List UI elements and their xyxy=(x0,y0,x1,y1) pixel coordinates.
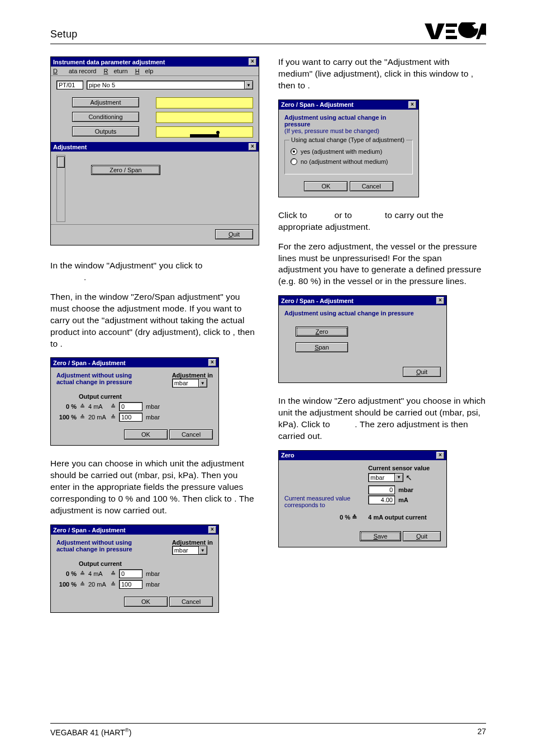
value-100-input[interactable]: 100 xyxy=(119,413,142,422)
tag-desc-field[interactable]: pipe No 5 xyxy=(87,81,245,89)
window-title: Zero xyxy=(281,452,294,459)
chevron-down-icon[interactable]: ▼ xyxy=(245,81,253,89)
close-icon[interactable]: × xyxy=(408,101,416,108)
body-text: Here you can choose in which unit the ad… xyxy=(50,458,258,517)
radio-yes[interactable] xyxy=(291,148,297,155)
window-title: Zero / Span - Adjustment xyxy=(53,360,126,366)
conditioning-button[interactable]: Conditioning xyxy=(72,112,139,122)
mbar-value: 0 xyxy=(368,485,395,494)
zero-span-window: Zero / Span - Adjustment × Adjustment wi… xyxy=(50,357,219,446)
footer-product: VEGABAR 41 (HART®) xyxy=(50,727,131,737)
label: 20 mA xyxy=(88,414,107,420)
label: Adjustment in xyxy=(172,372,213,379)
menu-help[interactable]: Help xyxy=(135,68,154,74)
label: mbar xyxy=(146,414,160,420)
equiv-icon: ≙ xyxy=(80,414,85,421)
instrument-window: Instrument data parameter adjustment × D… xyxy=(50,56,259,245)
adjustment-button[interactable]: Adjustment xyxy=(72,97,139,107)
menu-data-record[interactable]: Data record xyxy=(53,68,96,74)
unit-select[interactable]: mbar xyxy=(172,546,199,555)
save-button[interactable]: Save xyxy=(360,531,401,541)
value-100-input[interactable]: 100 xyxy=(119,580,142,589)
radio-no[interactable] xyxy=(291,158,297,165)
label: Current measured value corresponds to xyxy=(284,495,360,508)
ok-button[interactable]: OK xyxy=(124,597,168,607)
close-icon[interactable]: × xyxy=(249,58,256,65)
vega-logo xyxy=(425,22,486,40)
svg-rect-2 xyxy=(446,30,455,33)
zero-span-button[interactable]: Zero / Span xyxy=(91,165,160,175)
close-icon[interactable]: × xyxy=(436,452,444,459)
quit-button[interactable]: Quit xyxy=(403,531,441,541)
ok-button[interactable]: OK xyxy=(124,429,168,440)
close-icon[interactable]: × xyxy=(249,143,256,150)
close-icon[interactable]: × xyxy=(436,297,444,304)
value-0-input[interactable]: 0 xyxy=(119,402,142,411)
menu-return[interactable]: Return xyxy=(104,68,128,74)
equiv-icon: ≙ xyxy=(80,581,85,588)
svg-marker-0 xyxy=(425,23,445,39)
window-title: Zero / Span - Adjustment xyxy=(53,527,126,533)
window-title: Zero / Span - Adjustment xyxy=(281,101,354,108)
outputs-button[interactable]: Outputs xyxy=(72,126,139,136)
dialog-heading: Adjustment without using actual change i… xyxy=(56,372,140,385)
label: Output current xyxy=(79,560,213,567)
window-title: Instrument data parameter adjustment xyxy=(53,59,165,65)
cancel-button[interactable]: Cancel xyxy=(169,597,213,607)
chevron-down-icon[interactable]: ▼ xyxy=(395,473,403,482)
cancel-button[interactable]: Cancel xyxy=(169,429,213,440)
label: 100 % xyxy=(56,414,77,420)
indicator-2 xyxy=(156,112,253,123)
equiv-icon: ≙ xyxy=(111,581,116,588)
equiv-icon: ≙ xyxy=(80,403,85,410)
menubar: Data record Return Help xyxy=(51,67,259,76)
body-text: Click to or to to carry out the appropri… xyxy=(278,210,486,233)
label: 4 mA xyxy=(88,570,107,577)
body-text: If you want to carry out the "Adjustment… xyxy=(278,56,486,92)
dialog-heading: Adjustment without using actual change i… xyxy=(56,539,140,552)
label: Current sensor value xyxy=(368,465,441,471)
zero-span-window: Zero / Span - Adjustment × Adjustment wi… xyxy=(50,525,219,613)
equiv-icon: ≙ xyxy=(111,414,116,421)
chevron-down-icon[interactable]: ▼ xyxy=(199,546,207,555)
label: mbar xyxy=(146,570,160,577)
dialog-subheading: (If yes, pressure must be changed) xyxy=(284,127,413,134)
label: 0 % ≙ xyxy=(284,514,357,521)
ma-value: 4.00 xyxy=(368,495,395,504)
span-button[interactable]: Span xyxy=(296,342,348,352)
radio-yes-label: yes (adjustment with medium) xyxy=(301,148,382,155)
close-icon[interactable]: × xyxy=(208,359,216,366)
window-title: Zero / Span - Adjustment xyxy=(281,297,354,304)
equiv-icon: ≙ xyxy=(111,403,116,410)
dialog-heading: Adjustment using actual change in pressu… xyxy=(284,310,441,316)
quit-button[interactable]: Quit xyxy=(215,229,253,239)
chevron-down-icon[interactable]: ▼ xyxy=(199,379,207,388)
footer-page-number: 27 xyxy=(477,727,486,737)
ok-button[interactable]: OK xyxy=(304,181,348,191)
unit-select[interactable]: mbar xyxy=(172,379,199,388)
radio-no-label: no (adjustment without medium) xyxy=(301,158,388,165)
label: Adjustment in xyxy=(172,539,213,546)
body-text: In the window "Zero adjustment" you choo… xyxy=(278,395,486,442)
body-text: In the window "Adjustment" you click to … xyxy=(50,260,258,284)
indicator-1 xyxy=(156,97,253,108)
equiv-icon: ≙ xyxy=(80,570,85,578)
svg-rect-1 xyxy=(446,23,457,27)
adjust-type-window: Zero / Span - Adjustment × Adjustment us… xyxy=(278,100,419,197)
body-text: Then, in the window "Zero/Span adjustmen… xyxy=(50,291,258,350)
zero-button[interactable]: Zero xyxy=(296,327,348,337)
zero-span-live-window: Zero / Span - Adjustment × Adjustment us… xyxy=(278,295,447,383)
label: mbar xyxy=(146,581,160,588)
svg-rect-3 xyxy=(446,36,457,39)
label: 0 % xyxy=(56,403,77,410)
quit-button[interactable]: Quit xyxy=(403,367,441,377)
label: Output current xyxy=(79,393,213,400)
cancel-button[interactable]: Cancel xyxy=(350,181,393,191)
value-0-input[interactable]: 0 xyxy=(119,569,142,578)
label: 20 mA xyxy=(88,581,107,588)
tag-field[interactable]: PT/01 xyxy=(56,81,83,89)
close-icon[interactable]: × xyxy=(208,526,216,533)
vertical-slider[interactable] xyxy=(56,155,65,222)
unit-select[interactable]: mbar xyxy=(368,473,395,482)
page-section-title: Setup xyxy=(50,29,78,40)
